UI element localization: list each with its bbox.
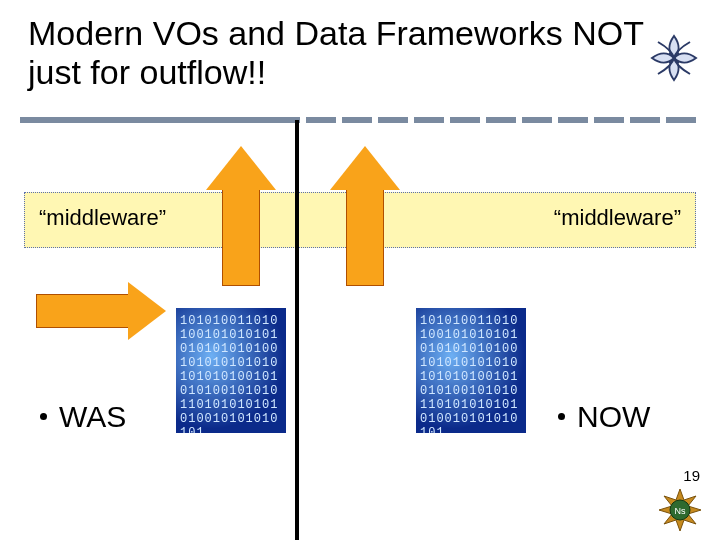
binary-image-right: 1010100110101001010101010101010101001010…	[416, 308, 526, 433]
was-label: WAS	[40, 400, 126, 434]
svg-text:Ns: Ns	[675, 506, 686, 516]
bullet-dot-icon	[40, 413, 47, 420]
corner-logo-icon	[646, 30, 702, 86]
slide-title-block: Modern VOs and Data Frameworks NOT just …	[28, 14, 668, 92]
middleware-label-left: “middleware”	[39, 205, 166, 231]
right-arrow-icon	[36, 282, 166, 340]
binary-text: 1010100110101001010101010101010101001010…	[416, 308, 526, 433]
middleware-label-right: “middleware”	[554, 205, 681, 231]
slide: Modern VOs and Data Frameworks NOT just …	[0, 0, 720, 540]
bullet-dot-icon	[558, 413, 565, 420]
now-text: NOW	[577, 400, 650, 433]
slide-title: Modern VOs and Data Frameworks NOT just …	[28, 14, 668, 92]
page-number: 19	[683, 467, 700, 484]
binary-text: 1010100110101001010101010101010101001010…	[176, 308, 286, 433]
vertical-divider	[295, 120, 299, 540]
was-text: WAS	[59, 400, 126, 433]
now-label: NOW	[558, 400, 650, 434]
binary-image-left: 1010100110101001010101010101010101001010…	[176, 308, 286, 433]
ns-badge-icon: Ns	[658, 488, 702, 532]
